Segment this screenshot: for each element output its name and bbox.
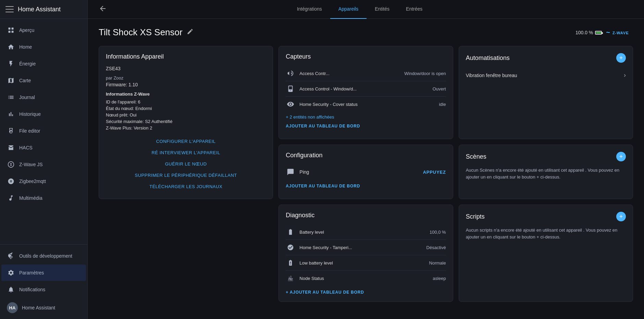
sidebar-item-label: Home [19, 44, 32, 50]
tab-entites[interactable]: Entités [367, 0, 398, 19]
reinterview-button[interactable]: RÉ INTERVIEWER L'APPAREIL [106, 150, 266, 155]
sidebar-item-journal[interactable]: Journal [1, 89, 86, 106]
node-state-row: État du nœud: Endormi [106, 106, 266, 111]
sidebar-header: Home Assistant [0, 0, 87, 19]
map-icon [7, 76, 15, 85]
door-icon [286, 84, 295, 94]
list-icon [7, 93, 15, 101]
add-to-board-diagnostic[interactable]: + AJOUTER AU TABLEAU DE BORD [286, 290, 446, 295]
sidebar-item-label: Aperçu [19, 27, 34, 33]
sidebar-item-label: Z-Wave JS [19, 162, 43, 167]
sidebar-item-label: Zigbee2mqtt [19, 179, 46, 184]
ping-button[interactable]: APPUYEZ [423, 170, 446, 175]
scenes-card-header: Scènes + [466, 152, 626, 161]
device-header: Tilt Shock XS Sensor 100.0 % ~ [99, 27, 633, 38]
sidebar-item-home-assistant[interactable]: HA Home Assistant [1, 298, 86, 317]
zwave-plus-row: Z-Wave Plus: Version 2 [106, 125, 266, 131]
sidebar-item-multimedia[interactable]: Multimédia [1, 190, 86, 206]
remove-failed-button[interactable]: SUPPRIMER LE PÉRIPHÉRIQUE DÉFAILLANT [106, 173, 266, 178]
sidebar-item-file-editor[interactable]: File editor [1, 123, 86, 139]
tab-integrations[interactable]: Intégrations [289, 0, 330, 19]
menu-icon[interactable] [5, 5, 14, 13]
sidebar-item-energie[interactable]: Énergie [1, 56, 86, 72]
add-to-board-config[interactable]: AJOUTER AU TABLEAU DE BORD [286, 184, 446, 188]
battery-low-icon [286, 258, 295, 268]
device-meta: 100.0 % ~ Z-WAVE [575, 28, 633, 36]
entity-value: Désactivé [426, 245, 446, 250]
automations-card: Automatisations + Vibration fenêtre bure… [459, 46, 633, 139]
entity-value: Window/door is open [404, 71, 446, 76]
sidebar-bottom: Outils de développement Paramètres Notif… [0, 244, 87, 319]
sidebar-item-label: Journal [19, 95, 35, 100]
bolt-icon [7, 60, 15, 68]
tab-appareils[interactable]: Appareils [330, 0, 367, 19]
configure-button[interactable]: CONFIGURER L'APPAREIL [106, 139, 266, 144]
automations-card-header: Automatisations + [466, 53, 626, 63]
entity-row: Home Security - Tamperi... Désactivé [286, 240, 446, 255]
topbar: Intégrations Appareils Entités Entrées [88, 0, 644, 19]
sidebar-item-parametres[interactable]: Paramètres [1, 265, 86, 281]
sidebar-item-home[interactable]: Home [1, 39, 86, 55]
add-script-button[interactable]: + [616, 212, 626, 221]
more-entities-link[interactable]: + 2 entités non affichées [286, 114, 446, 120]
home-icon [7, 43, 15, 51]
entity-row: ZZZ Node Status asleep [286, 271, 446, 286]
entity-row: Battery level 100,0 % [286, 224, 446, 240]
tab-entrees[interactable]: Entrées [398, 0, 431, 19]
scripts-card: Scripts + Aucun scripts n'a encore été a… [459, 205, 633, 302]
entity-name: Access Contr... [299, 71, 400, 76]
eye-icon [286, 99, 295, 109]
entity-row: Access Control - Window/d... Ouvert [286, 81, 446, 97]
app-title: Home Assistant [18, 6, 61, 13]
scenes-empty-text: Aucun Scènes n'a encore été ajouté en ut… [466, 167, 626, 180]
device-model: ZSE43 [106, 66, 266, 71]
topbar-tabs: Intégrations Appareils Entités Entrées [289, 0, 431, 19]
heal-button[interactable]: GUÉRIR LE NŒUD [106, 161, 266, 167]
add-to-board-sensors[interactable]: AJOUTER AU TABLEAU DE BORD [286, 124, 446, 128]
svg-rect-0 [9, 28, 11, 30]
music-icon [7, 194, 15, 202]
store-icon [7, 144, 15, 152]
add-automation-button[interactable]: + [616, 53, 626, 63]
info-card-title: Informations Appareil [106, 53, 266, 60]
main-content: Intégrations Appareils Entités Entrées T… [88, 0, 644, 319]
sidebar-item-outils[interactable]: Outils de développement [1, 248, 86, 264]
sidebar-item-zigbee2mqtt[interactable]: Zigbee2mqtt [1, 173, 86, 189]
entity-value: 100,0 % [430, 230, 446, 235]
battery-info: 100.0 % [575, 30, 602, 35]
automations-card-title: Automatisations [466, 54, 510, 62]
scenes-card: Scènes + Aucun Scènes n'a encore été ajo… [459, 145, 633, 199]
sidebar-item-zwave-js[interactable]: Z-Wave JS [1, 156, 86, 173]
svg-rect-2 [9, 31, 11, 33]
entity-row: Home Security - Cover status idle [286, 97, 446, 112]
edit-icon[interactable] [187, 28, 194, 37]
config-card-title: Configuration [286, 152, 446, 159]
page-content: Tilt Shock XS Sensor 100.0 % ~ [88, 19, 644, 319]
sidebar-item-label: Outils de développement [19, 253, 72, 259]
sidebar-item-carte[interactable]: Carte [1, 72, 86, 89]
sidebar-item-historique[interactable]: Historique [1, 106, 86, 122]
bell-icon [7, 285, 15, 294]
zwave-icon [7, 160, 15, 169]
add-scene-button[interactable]: + [616, 152, 626, 161]
zwave-section-title: Informations Z-Wave [106, 91, 266, 97]
ping-entity-name: Ping [299, 169, 309, 175]
tool-icon [7, 127, 15, 135]
config-card: Configuration Ping APPUYEZ AJOUTER AU TA… [278, 145, 453, 199]
svg-text:Z-WAVE: Z-WAVE [612, 30, 629, 35]
sidebar-item-hacs[interactable]: HACS [1, 139, 86, 156]
back-button[interactable] [99, 4, 107, 14]
sidebar-item-label: File editor [19, 128, 40, 134]
download-logs-button[interactable]: TÉLÉCHARGER LES JOURNAUX [106, 184, 266, 189]
battery-icon [595, 31, 602, 35]
automation-item[interactable]: Vibration fenêtre bureau › [466, 68, 626, 82]
device-firmware: Firmware: 1.10 [106, 82, 266, 87]
sidebar-item-notifications[interactable]: Notifications [1, 281, 86, 298]
entity-value: asleep [433, 276, 446, 281]
cards-grid: Informations Appareil ZSE43 par Zooz Fir… [99, 46, 633, 302]
info-card: Informations Appareil ZSE43 par Zooz Fir… [99, 46, 273, 199]
sidebar-item-apercu[interactable]: Aperçu [1, 22, 86, 38]
gear-icon [7, 269, 15, 277]
svg-text:ZZZ: ZZZ [288, 278, 293, 281]
sidebar-item-label: Home Assistant [22, 305, 55, 310]
